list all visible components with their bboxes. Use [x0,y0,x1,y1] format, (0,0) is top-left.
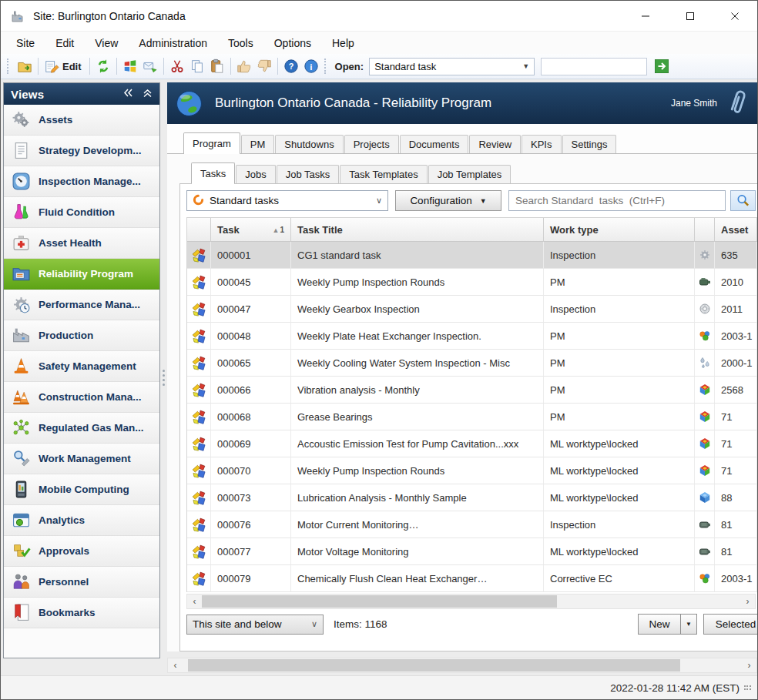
sidebar-item-performance-mana[interactable]: Performance Mana... [4,290,159,320]
table-row[interactable]: 000073 Lubrication Analysis - Monthly Sa… [187,484,757,511]
new-button[interactable]: New [638,614,681,635]
windows-icon[interactable] [120,56,140,76]
table-row[interactable]: 000047 Weekly Gearbox Inspection Inspect… [187,296,757,323]
info-icon[interactable]: i [301,56,321,76]
edit-button[interactable]: Edit [62,61,82,72]
tab-shutdowns[interactable]: Shutdowns [275,135,343,153]
sidebar-item-approvals[interactable]: Approvals [4,536,159,567]
open-type-select[interactable]: Standard task ▼ [369,58,535,75]
maximize-button[interactable] [668,1,713,31]
table-row[interactable]: 000065 Weekly Cooling Water System Inspe… [187,350,757,377]
minimize-button[interactable] [623,1,668,31]
table-row[interactable]: 000079 Chemically Flush Clean Heat Excha… [187,565,757,592]
edit-note-icon[interactable] [42,56,62,76]
paperclip-icon[interactable] [723,85,752,121]
panel-horizontal-scrollbar[interactable]: ‹ › [167,658,757,673]
header-asset-icon-column[interactable] [695,218,715,242]
table-horizontal-scrollbar[interactable]: ‹ › [186,594,756,609]
selected-button[interactable]: Selected [703,614,758,635]
table-row[interactable]: 000076 Motor Current Monitoring… Inspect… [187,511,757,538]
resize-grip[interactable] [744,685,751,690]
scroll-left-arrow[interactable]: ‹ [168,658,183,672]
refresh-icon[interactable] [93,56,113,76]
table-row[interactable]: 000001 CG1 standard task Inspection 635 [187,242,757,269]
table-row[interactable]: 000066 Vibration analysis - Monthly PM 2… [187,377,757,404]
open-value-input[interactable] [541,58,647,75]
menu-item-tools[interactable]: Tools [228,37,253,49]
sidebar-item-work-management[interactable]: Work Management [4,444,159,474]
thumbs-down-icon[interactable] [254,56,274,76]
sidebar-item-fluid-condition[interactable]: Fluid Condition [4,197,159,228]
header-work-type[interactable]: Work type [544,218,695,242]
table-row[interactable]: 000069 Accoustic Emission Test for Pump … [187,430,757,457]
table-row[interactable]: 000068 Grease Bearings PM 71 [187,404,757,430]
go-button[interactable] [653,58,670,75]
header-icon-column[interactable] [187,218,211,242]
header-asset[interactable]: Asset [715,218,757,242]
sidebar-item-asset-health[interactable]: Asset Health [4,228,159,259]
menu-item-options[interactable]: Options [274,37,311,49]
tab-review[interactable]: Review [469,135,521,153]
menu-item-edit[interactable]: Edit [55,37,74,49]
scrollbar-thumb[interactable] [188,659,680,672]
cut-icon[interactable] [167,56,187,76]
scope-select[interactable]: This site and below ∨ [186,615,324,635]
scrollbar-thumb[interactable] [202,595,557,608]
collapse-up-icon[interactable] [143,87,153,101]
help-icon[interactable]: ? [281,56,301,76]
toolbar-grip[interactable] [324,59,329,74]
tab-pm[interactable]: PM [241,135,275,153]
new-dropdown-button[interactable]: ▼ [681,614,697,635]
scroll-right-arrow[interactable]: › [740,594,755,608]
tab-kpis[interactable]: KPIs [522,135,561,153]
table-row[interactable]: 000070 Weekly Pump Inspection Rounds ML … [187,457,757,484]
tab-projects[interactable]: Projects [344,135,399,153]
sidebar-item-bookmarks[interactable]: Bookmarks [4,598,159,628]
subtab-job-templates[interactable]: Job Templates [428,165,511,183]
open-folder-icon[interactable] [15,56,35,76]
tab-documents[interactable]: Documents [400,135,469,153]
header-task-title[interactable]: Task Title [291,218,544,242]
subtab-task-templates[interactable]: Task Templates [340,165,427,183]
menu-item-administration[interactable]: Administration [139,37,207,49]
copy-icon[interactable] [187,56,207,76]
sidebar-item-analytics[interactable]: Analytics [4,505,159,536]
configuration-button[interactable]: Configuration ▼ [395,190,501,211]
send-icon[interactable] [140,56,160,76]
subtab-tasks[interactable]: Tasks [191,162,235,183]
panel-splitter[interactable] [160,79,167,675]
sidebar-item-personnel[interactable]: Personnel [4,567,159,598]
table-row[interactable]: 000048 Weekly Plate Heat Exchanger Inspe… [187,323,757,350]
subtab-jobs[interactable]: Jobs [236,165,275,183]
sidebar-item-inspection-manage[interactable]: Inspection Manage... [4,166,159,197]
sidebar-item-assets[interactable]: Assets [4,105,159,136]
scrollbar-track[interactable] [202,594,740,608]
sidebar-item-reliability-program[interactable]: Reliability Program [4,259,159,290]
collapse-left-icon[interactable] [123,87,133,101]
sidebar-item-production[interactable]: Production [4,320,159,351]
scroll-left-arrow[interactable]: ‹ [187,594,202,608]
sidebar-item-mobile-computing[interactable]: Mobile Computing [4,474,159,505]
toolbar-grip[interactable] [7,59,12,74]
table-row[interactable]: 000077 Motor Voltage Monitoring ML workt… [187,538,757,565]
sidebar-item-strategy-developm[interactable]: Strategy Developm... [4,136,159,166]
menu-item-site[interactable]: Site [16,37,35,49]
sidebar-item-regulated-gas-man[interactable]: Regulated Gas Man... [4,413,159,444]
tab-settings[interactable]: Settings [562,135,617,153]
list-selector[interactable]: Standard tasks ∨ [186,190,388,211]
sidebar-item-construction-mana[interactable]: Construction Mana... [4,382,159,413]
sidebar-item-safety-management[interactable]: Safety Management [4,351,159,382]
subtab-job-tasks[interactable]: Job Tasks [277,165,340,183]
thumbs-up-icon[interactable] [234,56,254,76]
close-button[interactable] [713,1,757,31]
menu-item-help[interactable]: Help [332,37,354,49]
tab-program[interactable]: Program [183,132,240,153]
scrollbar-track[interactable] [183,658,742,672]
menu-item-view[interactable]: View [95,37,118,49]
header-task[interactable]: Task ▲1 [211,218,291,242]
table-row[interactable]: 000045 Weekly Pump Inspection Rounds PM … [187,269,757,296]
scroll-right-arrow[interactable]: › [742,658,756,672]
search-button[interactable] [730,190,756,211]
paste-icon[interactable] [207,56,227,76]
search-input[interactable] [508,190,726,211]
